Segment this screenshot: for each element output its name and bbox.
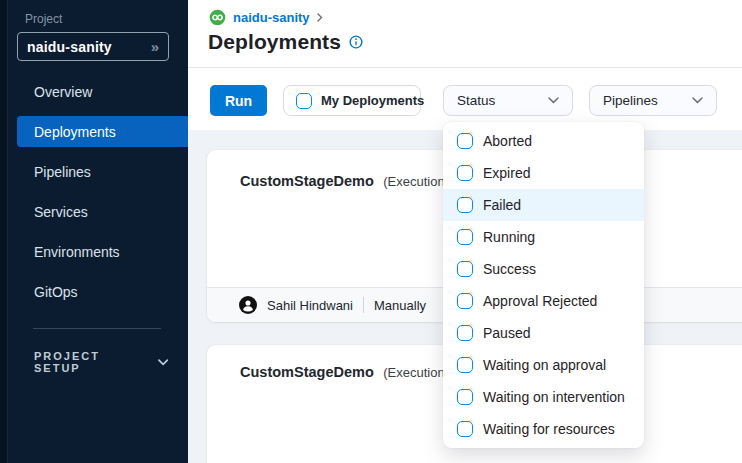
cd-module-icon (209, 9, 226, 26)
chevron-right-icon (317, 13, 323, 22)
pipelines-filter-dropdown[interactable]: Pipelines (589, 85, 717, 116)
status-filter-label: Status (457, 93, 495, 108)
status-filter-menu: Aborted Expired Failed Running Success A… (443, 122, 644, 448)
status-option-aborted[interactable]: Aborted (443, 125, 644, 157)
checkbox[interactable] (457, 389, 473, 405)
status-option-running[interactable]: Running (443, 221, 644, 253)
sidebar-item-services[interactable]: Services (0, 192, 188, 232)
pipelines-filter-label: Pipelines (603, 93, 658, 108)
triggered-by-user: Sahil Hindwani (267, 298, 353, 313)
status-option-label: Failed (483, 197, 521, 213)
project-picker[interactable]: naidu-sanity » (17, 32, 169, 61)
sidebar-item-environments[interactable]: Environments (0, 232, 188, 272)
my-deployments-toggle[interactable]: My Deployments (283, 85, 421, 116)
checkbox[interactable] (457, 421, 473, 437)
sidebar-nav: Overview Deployments Pipelines Services … (0, 72, 188, 312)
sidebar-divider (33, 328, 161, 329)
avatar (239, 296, 257, 314)
sidebar-item-deployments[interactable]: Deployments (17, 116, 188, 147)
checkbox[interactable] (457, 133, 473, 149)
checkbox[interactable] (457, 197, 473, 213)
sidebar-item-overview[interactable]: Overview (0, 72, 188, 112)
checkbox[interactable] (457, 165, 473, 181)
trigger-type: Manually (374, 298, 426, 313)
status-option-label: Approval Rejected (483, 293, 597, 309)
pipeline-name[interactable]: CustomStageDemo (240, 364, 374, 380)
project-setup-label: PROJECT SETUP (34, 350, 144, 374)
page-title-row: Deployments (208, 30, 363, 54)
status-option-label: Paused (483, 325, 530, 341)
status-option-waiting-for-resources[interactable]: Waiting for resources (443, 413, 644, 445)
status-option-label: Waiting for resources (483, 421, 615, 437)
status-option-waiting-on-intervention[interactable]: Waiting on intervention (443, 381, 644, 413)
sidebar-item-gitops[interactable]: GitOps (0, 272, 188, 312)
app-window: Project naidu-sanity » Overview Deployme… (0, 0, 742, 463)
checkbox[interactable] (457, 357, 473, 373)
status-option-label: Waiting on approval (483, 357, 606, 373)
status-filter-dropdown[interactable]: Status (443, 85, 573, 116)
checkbox[interactable] (457, 293, 473, 309)
breadcrumb-project-link[interactable]: naidu-sanity (233, 10, 310, 25)
breadcrumb: naidu-sanity (209, 9, 323, 26)
chevron-down-icon (158, 359, 168, 366)
status-option-paused[interactable]: Paused (443, 317, 644, 349)
status-option-waiting-on-approval[interactable]: Waiting on approval (443, 349, 644, 381)
my-deployments-label: My Deployments (321, 93, 424, 108)
info-icon[interactable] (349, 35, 363, 49)
checkbox[interactable] (457, 261, 473, 277)
checkbox[interactable] (457, 229, 473, 245)
status-option-success[interactable]: Success (443, 253, 644, 285)
status-option-label: Expired (483, 165, 530, 181)
run-button[interactable]: Run (210, 85, 267, 116)
checkbox[interactable] (457, 325, 473, 341)
status-option-label: Success (483, 261, 536, 277)
sidebar: Project naidu-sanity » Overview Deployme… (0, 0, 188, 463)
status-option-approval-rejected[interactable]: Approval Rejected (443, 285, 644, 317)
toolbar: Run My Deployments Status Pipelines (188, 69, 742, 130)
project-setup-toggle[interactable]: PROJECT SETUP (34, 350, 168, 374)
pipeline-name[interactable]: CustomStageDemo (240, 173, 374, 189)
project-name: naidu-sanity (27, 39, 151, 55)
chevron-down-icon (692, 97, 703, 104)
chevron-down-icon (548, 97, 559, 104)
status-option-label: Waiting on intervention (483, 389, 625, 405)
footer-divider (363, 297, 364, 313)
project-label: Project (25, 12, 62, 26)
page-title: Deployments (208, 30, 341, 54)
my-deployments-checkbox[interactable] (296, 93, 312, 109)
status-option-expired[interactable]: Expired (443, 157, 644, 189)
status-option-label: Running (483, 229, 535, 245)
sidebar-item-pipelines[interactable]: Pipelines (0, 152, 188, 192)
page-header: naidu-sanity Deployments (188, 0, 742, 68)
status-option-failed[interactable]: Failed (443, 189, 644, 221)
double-chevron-right-icon[interactable]: » (151, 39, 159, 54)
status-option-label: Aborted (483, 133, 532, 149)
